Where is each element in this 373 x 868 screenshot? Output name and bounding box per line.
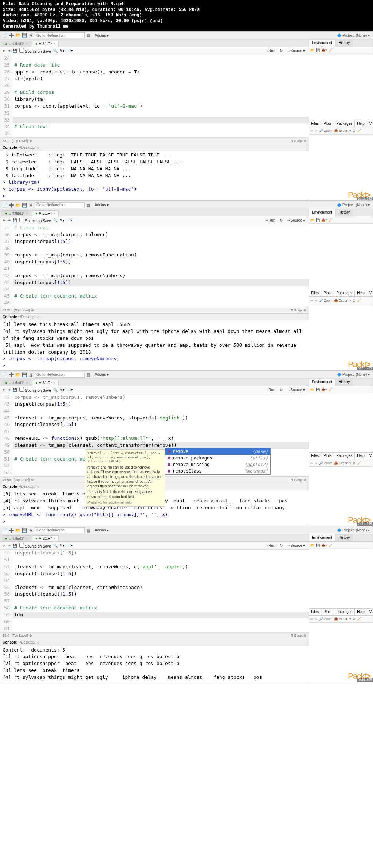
tab-plots[interactable]: Plots [321, 290, 334, 296]
tab-packages[interactable]: Packages [334, 290, 355, 296]
file-type[interactable]: R Script ⊕ [291, 634, 306, 637]
remove-plot-icon[interactable]: ⊘ [353, 461, 356, 465]
run-button[interactable]: →Run [263, 543, 276, 548]
tab-plots[interactable]: Plots [321, 120, 334, 127]
plus-icon[interactable]: ➕ [8, 527, 14, 533]
import-icon[interactable]: 📥▾ [321, 544, 327, 547]
clear-plots-icon[interactable]: 🧹 [357, 461, 361, 465]
remove-plot-icon[interactable]: ⊘ [353, 129, 356, 132]
plus-icon[interactable]: ➕ [8, 202, 14, 208]
tab-help[interactable]: Help [355, 453, 367, 459]
addins-menu[interactable]: Addins ▾ [92, 528, 111, 532]
clear-plots-icon[interactable]: 🧹 [357, 129, 361, 132]
tab-history[interactable]: History [335, 534, 353, 541]
tab-environment[interactable]: Environment [309, 209, 335, 216]
tab-history[interactable]: History [335, 379, 353, 386]
print-icon[interactable]: 🖨 [28, 527, 34, 533]
save-icon[interactable]: 💾 [21, 202, 27, 208]
code-editor[interactable]: 2425# Read data file26apple <- read.csv(… [0, 55, 309, 137]
tab-plots[interactable]: Plots [321, 453, 334, 459]
export-btn[interactable]: 📤 Export ▾ [334, 299, 351, 302]
console-output[interactable]: [3] lets see this break all timers aapl … [0, 320, 309, 370]
tab-packages[interactable]: Packages [334, 453, 355, 459]
wand-icon[interactable]: ✎▾ [60, 49, 64, 53]
clear-plots-icon[interactable]: 🧹 [357, 617, 361, 621]
save-btn[interactable]: 💾 [13, 544, 17, 548]
grid-icon[interactable]: ▦ [85, 202, 91, 208]
next-plot-icon[interactable]: ⇨ [315, 461, 318, 465]
tab-script[interactable]: ●VIS1.R*× [32, 380, 59, 386]
save-btn[interactable]: 💾 [13, 218, 17, 222]
tab-script[interactable]: ●VIS1.R*× [32, 41, 59, 47]
save-env-icon[interactable]: 💾 [316, 388, 320, 391]
broom-icon[interactable]: 🧹 [329, 48, 333, 52]
tab-script[interactable]: ●VIS1.R*× [32, 535, 59, 541]
export-btn[interactable]: 📤 Export ▾ [334, 461, 351, 465]
tab-viewer[interactable]: Viewer [367, 120, 373, 127]
load-icon[interactable]: 📂 [310, 388, 314, 391]
clear-plots-icon[interactable]: 🧹 [357, 299, 361, 302]
tab-files[interactable]: Files [309, 453, 321, 459]
go-to-input[interactable] [35, 372, 85, 378]
grid-icon[interactable]: ▦ [85, 372, 91, 378]
tab-untitled[interactable]: ●Untitled1*× [2, 41, 31, 47]
load-icon[interactable]: 📂 [310, 544, 314, 547]
save-icon[interactable]: 💾 [21, 372, 27, 378]
source-on-save[interactable]: Source on Save [19, 218, 51, 223]
print-icon[interactable]: 🖨 [28, 32, 34, 38]
compile-icon[interactable]: 📄▾ [67, 388, 73, 392]
zoom-btn[interactable]: 🔎 Zoom [319, 617, 333, 621]
autocomplete-item[interactable]: remove.packages{utils} [165, 455, 270, 461]
go-to-input[interactable] [35, 202, 85, 208]
forward-icon[interactable]: ⇨ [8, 49, 11, 53]
broom-icon[interactable]: 🧹 [329, 544, 333, 547]
addins-menu[interactable]: Addins ▾ [92, 33, 111, 37]
export-btn[interactable]: 📤 Export ▾ [334, 129, 351, 132]
source-button[interactable]: →Source ▾ [286, 387, 306, 392]
zoom-btn[interactable]: 🔎 Zoom [319, 461, 333, 465]
tab-environment[interactable]: Environment [309, 40, 335, 47]
wand-icon[interactable]: ✎▾ [60, 218, 64, 222]
autocomplete-item[interactable]: removeClass{methods} [165, 468, 270, 474]
scope-indicator[interactable]: (Top Level) ⊕ [14, 478, 34, 482]
tab-files[interactable]: Files [309, 290, 321, 296]
autocomplete-popup[interactable]: remove{base}remove.packages{utils}remove… [165, 448, 271, 475]
code-editor[interactable]: 35# Clean text36corpus <- tm_map(corpus,… [0, 224, 309, 307]
save-env-icon[interactable]: 💾 [316, 218, 320, 222]
plus-icon[interactable]: ➕ [8, 372, 14, 378]
tab-environment[interactable]: Environment [309, 534, 335, 541]
file-type[interactable]: R Script ⊕ [291, 139, 306, 143]
compile-icon[interactable]: 📄▾ [67, 49, 73, 53]
open-icon[interactable]: 📂 [15, 372, 21, 378]
load-icon[interactable]: 📂 [310, 218, 314, 222]
broom-icon[interactable]: 🧹 [329, 218, 333, 222]
find-icon[interactable]: 🔍 [53, 49, 58, 53]
addins-menu[interactable]: Addins ▾ [92, 203, 111, 207]
new-icon[interactable]: 📄 [2, 32, 8, 38]
source-on-save[interactable]: Source on Save [19, 543, 51, 548]
grid-icon[interactable]: ▦ [85, 527, 91, 533]
scope-indicator[interactable]: (Top Level) ⊕ [12, 139, 32, 143]
project-selector[interactable]: 🔷 Project: (None) ▾ [337, 528, 371, 532]
zoom-btn[interactable]: 🔎 Zoom [319, 299, 333, 302]
plus-icon[interactable]: ➕ [8, 32, 14, 38]
wand-icon[interactable]: ✎▾ [60, 544, 64, 548]
tab-help[interactable]: Help [355, 290, 367, 296]
print-icon[interactable]: 🖨 [28, 202, 34, 208]
console-output[interactable]: $ isRetweet : logi TRUE TRUE FALSE TRUE … [0, 151, 309, 200]
tab-script[interactable]: ●VIS1.R*× [32, 210, 59, 216]
wand-icon[interactable]: ✎▾ [60, 388, 64, 392]
run-button[interactable]: →Run [263, 218, 276, 223]
save-env-icon[interactable]: 💾 [316, 48, 320, 52]
tab-files[interactable]: Files [309, 120, 321, 127]
tab-untitled[interactable]: ●Untitled1*× [2, 380, 31, 386]
print-icon[interactable]: 🖨 [28, 372, 34, 378]
next-plot-icon[interactable]: ⇨ [315, 617, 318, 621]
console-output[interactable]: Content: documents: 5[1] rt optionsnippe… [0, 646, 309, 682]
back-icon[interactable]: ⇦ [3, 544, 5, 548]
back-icon[interactable]: ⇦ [3, 49, 5, 53]
source-on-save[interactable]: Source on Save [19, 387, 51, 393]
file-type[interactable]: R Script ⊕ [291, 308, 306, 312]
compile-icon[interactable]: 📄▾ [67, 218, 73, 222]
back-icon[interactable]: ⇦ [3, 218, 5, 222]
